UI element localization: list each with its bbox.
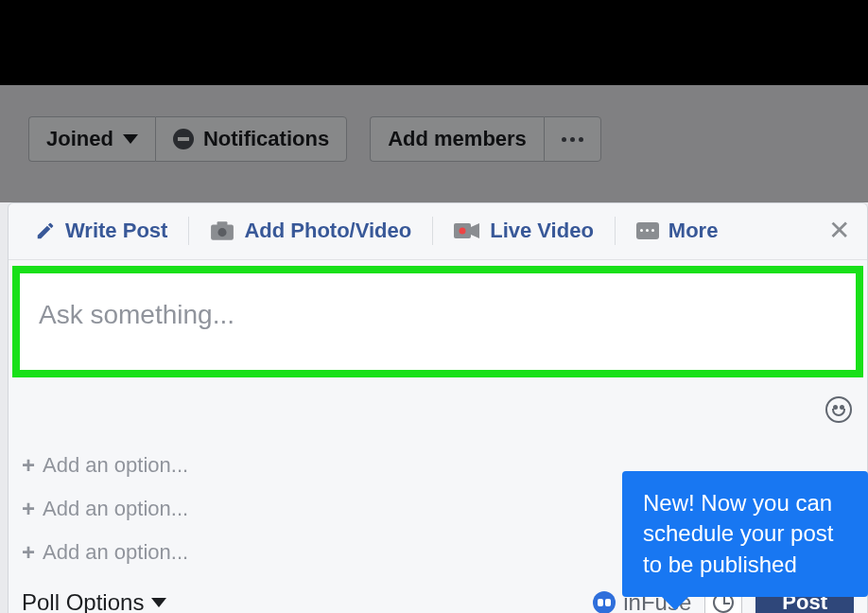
tab-separator bbox=[615, 217, 616, 245]
infuse-icon bbox=[593, 591, 616, 613]
schedule-feature-tooltip: New! Now you can schedule your post to b… bbox=[622, 471, 868, 597]
ellipsis-icon bbox=[562, 137, 583, 142]
tab-separator bbox=[432, 217, 433, 245]
video-camera-icon bbox=[454, 221, 480, 240]
notifications-off-icon bbox=[173, 129, 194, 149]
chevron-down-icon bbox=[123, 134, 138, 144]
poll-option-placeholder: Add an option... bbox=[43, 453, 188, 478]
svg-point-2 bbox=[218, 228, 227, 236]
poll-option-placeholder: Add an option... bbox=[43, 497, 188, 521]
group-action-bar: Joined Notifications Add members bbox=[0, 85, 868, 202]
chevron-down-icon bbox=[151, 598, 166, 607]
add-members-button[interactable]: Add members bbox=[370, 116, 544, 162]
tab-separator bbox=[188, 217, 189, 245]
svg-rect-1 bbox=[217, 221, 228, 226]
notifications-label: Notifications bbox=[203, 127, 329, 151]
tab-live-label: Live Video bbox=[490, 219, 594, 243]
question-input[interactable]: Ask something... bbox=[39, 300, 837, 330]
close-icon: ✕ bbox=[828, 216, 850, 245]
notifications-button[interactable]: Notifications bbox=[155, 116, 347, 162]
joined-label: Joined bbox=[46, 127, 113, 151]
joined-dropdown-button[interactable]: Joined bbox=[28, 116, 155, 162]
more-icon bbox=[636, 222, 659, 239]
add-members-label: Add members bbox=[388, 127, 527, 151]
poll-options-label: Poll Options bbox=[22, 589, 144, 613]
tab-write-label: Write Post bbox=[65, 219, 167, 243]
camera-icon bbox=[210, 220, 234, 241]
more-actions-button[interactable] bbox=[544, 116, 601, 162]
pencil-icon bbox=[35, 220, 56, 241]
tooltip-text: New! Now you can schedule your post to b… bbox=[643, 490, 833, 577]
plus-icon: + bbox=[22, 496, 35, 522]
tooltip-tail bbox=[662, 597, 688, 610]
tab-more[interactable]: More bbox=[636, 219, 719, 243]
tab-write-post[interactable]: Write Post bbox=[35, 219, 167, 243]
composer-tabs: Write Post Add Photo/Video Live Video Mo… bbox=[9, 203, 867, 260]
question-input-highlight: Ask something... bbox=[12, 266, 863, 377]
close-composer-button[interactable]: ✕ bbox=[828, 215, 850, 246]
tab-add-photo-video[interactable]: Add Photo/Video bbox=[210, 219, 411, 243]
emoji-picker-button[interactable] bbox=[825, 396, 852, 423]
black-header-area bbox=[0, 0, 868, 85]
plus-icon: + bbox=[22, 539, 35, 566]
plus-icon: + bbox=[22, 452, 35, 479]
tab-more-label: More bbox=[668, 219, 719, 243]
screenshot-stage: Joined Notifications Add members W bbox=[0, 0, 868, 613]
svg-point-5 bbox=[460, 227, 466, 234]
poll-option-placeholder: Add an option... bbox=[43, 540, 188, 565]
svg-marker-4 bbox=[471, 223, 479, 238]
emoji-row bbox=[9, 383, 867, 444]
tab-photo-label: Add Photo/Video bbox=[244, 219, 411, 243]
poll-options-dropdown[interactable]: Poll Options bbox=[22, 589, 166, 613]
tab-live-video[interactable]: Live Video bbox=[454, 219, 594, 243]
